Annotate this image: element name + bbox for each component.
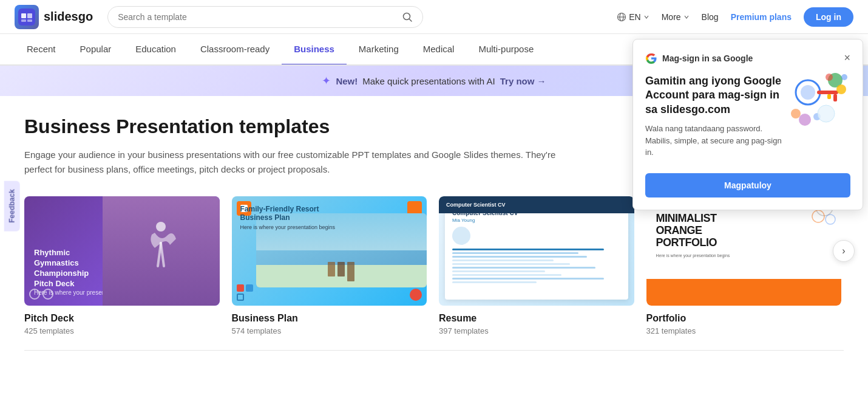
logo[interactable]: slidesgo [15, 5, 93, 29]
resume-header-bar: Computer Scientist CV [439, 196, 634, 213]
banner-icon: ✦ [322, 74, 331, 88]
card-photo-placeholder [103, 196, 220, 306]
blog-link[interactable]: Blog [702, 12, 719, 22]
templates-container: RhythmicGymnasticsChampionshipPitch Deck… [24, 196, 844, 335]
card-count-resume: 397 templates [439, 326, 634, 335]
language-button[interactable]: EN [617, 12, 649, 22]
svg-rect-3 [21, 19, 26, 22]
popup-header: Mag-sign in sa Google × [645, 52, 850, 64]
svg-point-24 [826, 74, 833, 81]
svg-rect-2 [27, 13, 32, 18]
card-count-pitch-deck: 425 templates [24, 326, 220, 335]
svg-rect-19 [817, 91, 838, 94]
popup-action-button[interactable]: Magpatuloy [645, 173, 850, 197]
card-title-portfolio: Portfolio [646, 313, 842, 324]
popup-close-button[interactable]: × [844, 52, 850, 64]
svg-point-27 [799, 114, 811, 126]
next-arrow-icon: › [842, 245, 845, 256]
more-label: More [662, 12, 681, 22]
card-image-pitch-deck: RhythmicGymnasticsChampionshipPitch Deck… [24, 196, 220, 306]
card-title-resume: Resume [439, 313, 634, 324]
chevron-down-icon [643, 14, 649, 20]
svg-rect-1 [21, 13, 26, 18]
svg-point-23 [836, 84, 846, 94]
portfolio-orange-bottom [646, 279, 842, 306]
nav-item-marketing[interactable]: Marketing [347, 34, 411, 66]
nav-item-business[interactable]: Business [282, 34, 347, 66]
card-plan-title: Family-Friendly ResortBusiness Plan [240, 205, 419, 222]
resume-avatar-placeholder [452, 227, 470, 245]
header: slidesgo EN More [0, 0, 868, 34]
card-count-portfolio: 321 templates [646, 326, 842, 335]
card-image-resume: Computer Scientist CV Mia Young [439, 196, 634, 306]
card-count-business-plan: 574 templates [232, 326, 427, 335]
svg-point-15 [826, 215, 835, 224]
svg-line-6 [410, 19, 412, 21]
template-card-pitch-deck[interactable]: RhythmicGymnasticsChampionshipPitch Deck… [24, 196, 220, 335]
nav-item-education[interactable]: Education [123, 34, 188, 66]
card-bottom-deco [29, 289, 53, 300]
popup-body-title: Gamitin ang iyong Google Account para ma… [645, 74, 791, 117]
svg-point-5 [404, 13, 410, 19]
portfolio-doc-subtitle: Here is where your presentation begins [656, 253, 832, 258]
nav-item-classroom[interactable]: Classroom-ready [188, 34, 282, 66]
nav-item-popular[interactable]: Popular [68, 34, 124, 66]
popup-body-desc: Wala nang tatandaang password. Mabilis, … [645, 123, 791, 159]
google-logo-icon [645, 52, 657, 64]
section-divider [24, 350, 844, 351]
next-arrow-button[interactable]: › [833, 240, 855, 262]
nav-item-recent[interactable]: Recent [15, 34, 68, 66]
search-input[interactable] [118, 12, 397, 22]
logo-icon [15, 5, 39, 29]
template-card-resume[interactable]: Computer Scientist CV Mia Young [439, 196, 634, 335]
language-label: EN [629, 12, 640, 22]
resume-lines [452, 249, 621, 283]
banner-text: Make quick presentations with AI [362, 76, 495, 86]
card-plan-text: Family-Friendly ResortBusiness Plan Here… [232, 196, 427, 306]
template-card-business-plan[interactable]: Family-Friendly ResortBusiness Plan Here… [232, 196, 427, 335]
banner-cta[interactable]: Try now → [500, 76, 546, 86]
chevron-down-icon-more [683, 14, 690, 20]
nav-item-multipurpose[interactable]: Multi-purpose [466, 34, 546, 66]
page-description: Engage your audience in your business pr… [24, 148, 571, 177]
search-button[interactable] [402, 12, 413, 22]
header-right: EN More Blog Premium plans Log in [617, 7, 853, 27]
svg-point-10 [156, 222, 166, 232]
svg-point-29 [818, 105, 835, 122]
svg-line-12 [161, 243, 164, 266]
more-button[interactable]: More [662, 12, 690, 22]
card-title-business-plan: Business Plan [232, 313, 427, 324]
popup-text-area: Gamitin ang iyong Google Account para ma… [645, 74, 791, 159]
template-card-portfolio[interactable]: ● MINIMALISTORANGEPORTFOLIO Here is wher… [646, 196, 842, 335]
premium-plans-button[interactable]: Premium plans [731, 12, 792, 22]
svg-point-14 [812, 210, 824, 222]
popup-deco-image [784, 68, 850, 135]
login-button[interactable]: Log in [804, 7, 853, 27]
banner-new-label: New! [336, 76, 358, 86]
resume-document: Computer Scientist CV Mia Young [445, 202, 628, 300]
resume-doc-name: Mia Young [452, 218, 621, 223]
svg-rect-21 [827, 94, 831, 99]
search-bar[interactable] [107, 6, 423, 28]
feedback-button[interactable]: Feedback [4, 180, 20, 231]
card-plan-subtitle: Here is where your presentation begins [240, 224, 419, 230]
card-title-pitch-deck: Pitch Deck [24, 313, 220, 324]
svg-point-18 [801, 85, 815, 100]
templates-grid: RhythmicGymnasticsChampionshipPitch Deck… [24, 196, 844, 335]
popup-header-title: Mag-sign in sa Google [662, 53, 753, 63]
popup-body: Gamitin ang iyong Google Account para ma… [645, 74, 850, 159]
nav-item-medical[interactable]: Medical [411, 34, 467, 66]
logo-text: slidesgo [44, 10, 93, 24]
svg-rect-4 [27, 19, 32, 22]
card-image-portfolio: ● MINIMALISTORANGEPORTFOLIO Here is wher… [646, 196, 842, 306]
google-signin-popup: Mag-sign in sa Google × Gamitin ang iyon… [632, 39, 863, 210]
svg-rect-0 [18, 9, 35, 26]
svg-point-25 [841, 74, 847, 80]
svg-point-26 [791, 109, 801, 118]
svg-rect-20 [833, 94, 837, 101]
popup-header-left: Mag-sign in sa Google [645, 52, 753, 64]
card-image-business-plan: Family-Friendly ResortBusiness Plan Here… [232, 196, 427, 306]
